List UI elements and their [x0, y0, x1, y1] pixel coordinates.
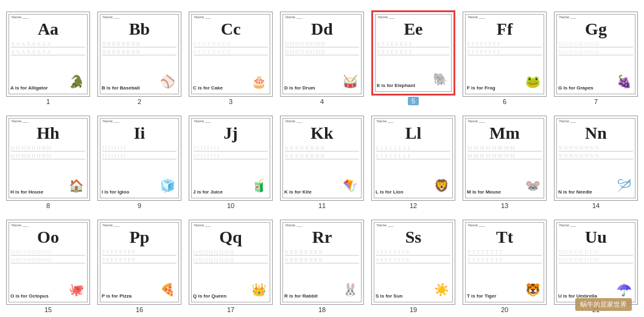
page-number-15: 15 [44, 306, 52, 313]
alphabet-card-Tt[interactable]: Name ___TtTTTTTTTTTTTTTTTTT is for Tiger… [463, 220, 547, 305]
alphabet-card-Ii[interactable]: Name ___IiIIIIIIIIIIIIIIIII is for Igloo… [97, 116, 181, 201]
card-illustration: 🍇 [614, 72, 634, 91]
card-illustration: 👑 [249, 280, 268, 299]
card-cell-Ee[interactable]: Name ___EeEEEEEEEEEEEEEEEEE is for Eleph… [368, 2, 459, 106]
page-number-10: 10 [227, 202, 234, 209]
alphabet-card-Bb[interactable]: Name ___BbBBBBBBBBBBBBBBBBB is for Baseb… [97, 12, 181, 97]
name-label: Name ___ [12, 119, 29, 123]
card-cell-Rr[interactable]: Name ___RrRRRRRRRRRRRRRRRRR is for Rabbi… [276, 211, 368, 315]
card-bottom-section: B is for Baseball⚾ [102, 72, 177, 91]
card-bottom-section: E is for Elephant🐘 [377, 69, 450, 89]
card-cell-Aa[interactable]: Name ___AaAAAAAAAAAAAAAAAAA is for Allig… [2, 2, 94, 106]
card-description-text: D is for Drum [284, 85, 315, 91]
name-label: Name ___ [285, 15, 303, 19]
alphabet-card-Qq[interactable]: Name ___QqQQQQQQQQQQQQQQQQQ is for Queen… [189, 220, 273, 305]
card-bottom-section: C is for Cake🎂 [193, 72, 268, 91]
card-bottom-section: H is for House🏠 [10, 176, 86, 195]
card-description-text: M is for Mouse [467, 189, 501, 195]
name-label: Name ___ [194, 15, 211, 19]
alphabet-card-Ff[interactable]: Name ___FfFFFFFFFFFFFFFFFFF is for Frog🐸 [463, 12, 547, 97]
card-bottom-section: R is for Rabbit🐰 [284, 280, 360, 299]
name-label: Name ___ [103, 15, 120, 19]
card-description-text: R is for Rabbit [284, 293, 318, 299]
card-cell-Cc[interactable]: Name ___CcCCCCCCCCCCCCCCCCC is for Cake🎂… [185, 2, 276, 106]
card-cell-Oo[interactable]: Name ___OoOOOOOOOOOOOOOOOOO is for Octop… [2, 211, 94, 315]
card-cell-Tt[interactable]: Name ___TtTTTTTTTTTTTTTTTTT is for Tiger… [459, 211, 550, 315]
card-bottom-section: D is for Drum🥁 [284, 72, 360, 91]
card-illustration: 🏠 [66, 176, 86, 195]
card-illustration: 🐰 [340, 280, 360, 299]
name-label: Name ___ [559, 15, 576, 19]
alphabet-card-Dd[interactable]: Name ___DdDDDDDDDDDDDDDDDDD is for Drum🥁 [280, 12, 364, 97]
alphabet-grid: Name ___AaAAAAAAAAAAAAAAAAA is for Allig… [0, 0, 644, 317]
card-cell-Pp[interactable]: Name ___PpPPPPPPPPPPPPPPPPP is for Pizza… [94, 211, 185, 315]
card-illustration: 🐙 [66, 280, 86, 299]
card-description-text: A is for Alligator [10, 85, 48, 91]
page-number-6: 6 [503, 98, 506, 105]
page-number-5: 5 [408, 97, 419, 105]
card-cell-Qq[interactable]: Name ___QqQQQQQQQQQQQQQQQQQ is for Queen… [185, 211, 276, 315]
name-label: Name ___ [468, 15, 485, 19]
card-cell-Ff[interactable]: Name ___FfFFFFFFFFFFFFFFFFF is for Frog🐸… [459, 2, 550, 106]
card-cell-Gg[interactable]: Name ___GgGGGGGGGGGGGGGGGGG is for Grape… [550, 2, 642, 106]
card-illustration: 🐊 [66, 72, 86, 91]
alphabet-card-Nn[interactable]: Name ___NnNNNNNNNNNNNNNNNNN is for Needl… [554, 116, 638, 201]
card-cell-Hh[interactable]: Name ___HhHHHHHHHHHHHHHHHHH is for House… [2, 106, 94, 211]
page-number-2: 2 [138, 98, 141, 105]
card-cell-Kk[interactable]: Name ___KkKKKKKKKKKKKKKKKKK is for Kite🪁… [276, 106, 368, 211]
card-illustration: 🐭 [523, 176, 542, 195]
name-label: Name ___ [12, 15, 29, 19]
card-cell-Mm[interactable]: Name ___MmMMMMMMMMMMMMMMMMM is for Mouse… [459, 106, 550, 211]
alphabet-card-Gg[interactable]: Name ___GgGGGGGGGGGGGGGGGGG is for Grape… [554, 12, 638, 97]
card-illustration: 🐯 [523, 280, 542, 299]
card-description-text: Q is for Queen [193, 293, 226, 299]
alphabet-card-Oo[interactable]: Name ___OoOOOOOOOOOOOOOOOOO is for Octop… [6, 220, 90, 305]
card-bottom-section: I is for Igloo🧊 [102, 176, 177, 195]
name-label: Name ___ [377, 223, 394, 227]
card-description-text: N is for Needle [558, 189, 592, 195]
card-illustration: ☀️ [432, 280, 451, 299]
card-bottom-section: L is for Lion🦁 [376, 176, 451, 195]
page-number-3: 3 [229, 98, 233, 105]
alphabet-card-Kk[interactable]: Name ___KkKKKKKKKKKKKKKKKKK is for Kite🪁 [280, 116, 364, 201]
alphabet-card-Ss[interactable]: Name ___SsSSSSSSSSSSSSSSSSS is for Sun☀️ [371, 220, 455, 305]
card-cell-Bb[interactable]: Name ___BbBBBBBBBBBBBBBBBBB is for Baseb… [94, 2, 185, 106]
alphabet-card-Cc[interactable]: Name ___CcCCCCCCCCCCCCCCCCC is for Cake🎂 [189, 12, 273, 97]
card-cell-Jj[interactable]: Name ___JjJJJJJJJJJJJJJJJJJ is for Juice… [185, 106, 276, 211]
alphabet-card-Rr[interactable]: Name ___RrRRRRRRRRRRRRRRRRR is for Rabbi… [280, 220, 364, 305]
name-label: Name ___ [559, 119, 576, 123]
name-label: Name ___ [377, 119, 394, 123]
card-bottom-section: M is for Mouse🐭 [467, 176, 542, 195]
card-cell-Nn[interactable]: Name ___NnNNNNNNNNNNNNNNNNN is for Needl… [550, 106, 642, 211]
card-cell-Ll[interactable]: Name ___LlLLLLLLLLLLLLLLLLL is for Lion🦁… [368, 106, 459, 211]
card-description-text: G is for Grapes [558, 85, 593, 91]
card-cell-Ss[interactable]: Name ___SsSSSSSSSSSSSSSSSSS is for Sun☀️… [368, 211, 459, 315]
alphabet-card-Aa[interactable]: Name ___AaAAAAAAAAAAAAAAAAA is for Allig… [6, 12, 90, 97]
alphabet-card-Jj[interactable]: Name ___JjJJJJJJJJJJJJJJJJJ is for Juice… [189, 116, 273, 201]
card-description-text: L is for Lion [376, 189, 404, 195]
card-illustration: 🐸 [523, 72, 542, 91]
card-description-text: O is for Octopus [10, 293, 49, 299]
alphabet-card-Ll[interactable]: Name ___LlLLLLLLLLLLLLLLLLL is for Lion🦁 [371, 116, 455, 201]
page-number-11: 11 [318, 202, 326, 209]
card-illustration: 🍕 [158, 280, 177, 299]
card-bottom-section: O is for Octopus🐙 [10, 280, 86, 299]
alphabet-card-Uu[interactable]: Name ___UuUUUUUUUUUUUUUUUUU is for Umbre… [554, 220, 638, 305]
alphabet-card-Mm[interactable]: Name ___MmMMMMMMMMMMMMMMMMM is for Mouse… [463, 116, 547, 201]
card-bottom-section: G is for Grapes🍇 [558, 72, 634, 91]
card-cell-Dd[interactable]: Name ___DdDDDDDDDDDDDDDDDDD is for Drum🥁… [276, 2, 368, 106]
name-label: Name ___ [285, 119, 303, 123]
card-description-text: E is for Elephant [377, 83, 415, 89]
card-illustration: 🧊 [158, 176, 177, 195]
alphabet-card-Ee[interactable]: Name ___EeEEEEEEEEEEEEEEEEE is for Eleph… [371, 10, 455, 96]
card-bottom-section: A is for Alligator🐊 [10, 72, 86, 91]
card-bottom-section: S is for Sun☀️ [376, 280, 451, 299]
card-cell-Ii[interactable]: Name ___IiIIIIIIIIIIIIIIIII is for Igloo… [94, 106, 185, 211]
alphabet-card-Hh[interactable]: Name ___HhHHHHHHHHHHHHHHHHH is for House… [6, 116, 90, 201]
card-illustration: 🦁 [432, 176, 451, 195]
name-label: Name ___ [468, 119, 485, 123]
alphabet-card-Pp[interactable]: Name ___PpPPPPPPPPPPPPPPPPP is for Pizza… [97, 220, 181, 305]
page-number-14: 14 [592, 202, 600, 209]
name-label: Name ___ [468, 223, 485, 227]
card-description-text: I is for Igloo [102, 189, 129, 195]
